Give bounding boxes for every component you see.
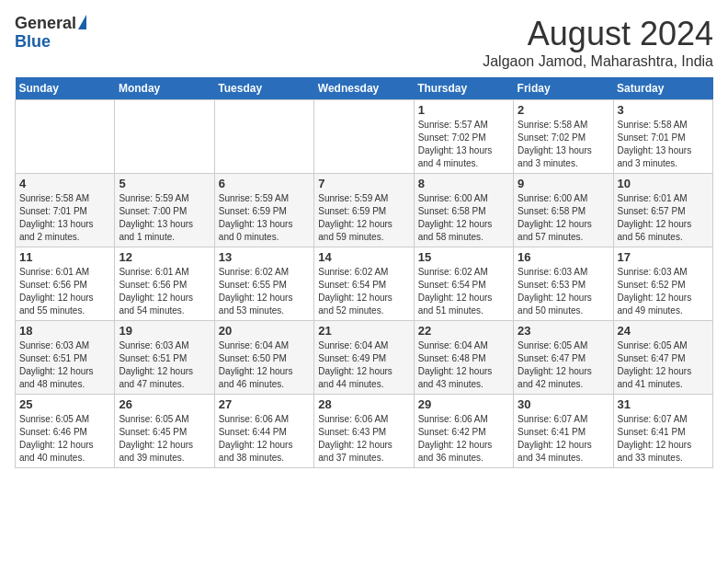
- calendar-cell: 25Sunrise: 6:05 AMSunset: 6:46 PMDayligh…: [16, 395, 115, 468]
- title-block: August 2024 Jalgaon Jamod, Maharashtra, …: [483, 15, 713, 70]
- day-info: Sunrise: 6:04 AMSunset: 6:48 PMDaylight:…: [418, 339, 509, 391]
- calendar-cell: 24Sunrise: 6:05 AMSunset: 6:47 PMDayligh…: [613, 321, 712, 395]
- calendar-cell: 22Sunrise: 6:04 AMSunset: 6:48 PMDayligh…: [414, 321, 513, 395]
- day-number: 22: [418, 324, 509, 338]
- calendar-cell: 1Sunrise: 5:57 AMSunset: 7:02 PMDaylight…: [414, 100, 513, 174]
- calendar-week-row: 25Sunrise: 6:05 AMSunset: 6:46 PMDayligh…: [16, 395, 713, 468]
- calendar-week-row: 1Sunrise: 5:57 AMSunset: 7:02 PMDaylight…: [16, 100, 713, 174]
- calendar-cell: 11Sunrise: 6:01 AMSunset: 6:56 PMDayligh…: [16, 247, 115, 321]
- calendar-cell: 29Sunrise: 6:06 AMSunset: 6:42 PMDayligh…: [414, 395, 513, 468]
- day-number: 27: [219, 397, 310, 411]
- day-info: Sunrise: 6:06 AMSunset: 6:44 PMDaylight:…: [219, 413, 310, 465]
- day-header-saturday: Saturday: [613, 77, 712, 100]
- logo-blue-text: Blue: [15, 33, 86, 52]
- page-header: General Blue August 2024 Jalgaon Jamod, …: [15, 15, 713, 70]
- day-number: 21: [318, 324, 409, 338]
- calendar-cell: 18Sunrise: 6:03 AMSunset: 6:51 PMDayligh…: [16, 321, 115, 395]
- calendar-cell: 8Sunrise: 6:00 AMSunset: 6:58 PMDaylight…: [414, 174, 513, 247]
- day-header-friday: Friday: [514, 77, 613, 100]
- calendar-cell: 14Sunrise: 6:02 AMSunset: 6:54 PMDayligh…: [314, 247, 414, 321]
- calendar-week-row: 4Sunrise: 5:58 AMSunset: 7:01 PMDaylight…: [16, 174, 713, 247]
- day-number: 3: [618, 103, 709, 117]
- day-info: Sunrise: 5:58 AMSunset: 7:01 PMDaylight:…: [618, 119, 709, 170]
- day-info: Sunrise: 6:07 AMSunset: 6:41 PMDaylight:…: [618, 413, 709, 465]
- day-info: Sunrise: 6:05 AMSunset: 6:47 PMDaylight:…: [618, 339, 709, 391]
- day-number: 9: [518, 177, 609, 190]
- day-number: 12: [119, 250, 210, 264]
- day-info: Sunrise: 6:06 AMSunset: 6:42 PMDaylight:…: [418, 413, 509, 465]
- day-number: 4: [19, 177, 110, 190]
- day-info: Sunrise: 6:05 AMSunset: 6:46 PMDaylight:…: [19, 413, 110, 465]
- calendar-header-row: SundayMondayTuesdayWednesdayThursdayFrid…: [16, 77, 713, 100]
- calendar-week-row: 11Sunrise: 6:01 AMSunset: 6:56 PMDayligh…: [16, 247, 713, 321]
- day-number: 10: [618, 177, 709, 190]
- day-info: Sunrise: 6:01 AMSunset: 6:56 PMDaylight:…: [119, 266, 210, 317]
- day-info: Sunrise: 6:03 AMSunset: 6:51 PMDaylight:…: [119, 339, 210, 391]
- day-header-thursday: Thursday: [414, 77, 513, 100]
- day-info: Sunrise: 5:57 AMSunset: 7:02 PMDaylight:…: [418, 119, 509, 170]
- day-number: 11: [19, 250, 110, 264]
- calendar-cell: 20Sunrise: 6:04 AMSunset: 6:50 PMDayligh…: [214, 321, 313, 395]
- calendar-table: SundayMondayTuesdayWednesdayThursdayFrid…: [15, 77, 713, 468]
- day-number: 20: [219, 324, 310, 338]
- day-info: Sunrise: 6:01 AMSunset: 6:57 PMDaylight:…: [618, 192, 709, 244]
- calendar-cell: [214, 100, 313, 174]
- calendar-cell: 23Sunrise: 6:05 AMSunset: 6:47 PMDayligh…: [514, 321, 613, 395]
- calendar-cell: 5Sunrise: 5:59 AMSunset: 7:00 PMDaylight…: [115, 174, 214, 247]
- day-info: Sunrise: 6:04 AMSunset: 6:49 PMDaylight:…: [318, 339, 409, 391]
- day-number: 8: [418, 177, 509, 190]
- day-number: 25: [19, 397, 110, 411]
- calendar-cell: 13Sunrise: 6:02 AMSunset: 6:55 PMDayligh…: [214, 247, 313, 321]
- logo: General Blue: [15, 15, 86, 52]
- day-info: Sunrise: 5:58 AMSunset: 7:01 PMDaylight:…: [19, 192, 110, 244]
- day-info: Sunrise: 6:00 AMSunset: 6:58 PMDaylight:…: [418, 192, 509, 244]
- day-header-sunday: Sunday: [16, 77, 115, 100]
- logo-general-text: General: [15, 15, 76, 33]
- calendar-cell: 21Sunrise: 6:04 AMSunset: 6:49 PMDayligh…: [314, 321, 414, 395]
- calendar-cell: [16, 100, 115, 174]
- day-number: 15: [418, 250, 509, 264]
- calendar-cell: 4Sunrise: 5:58 AMSunset: 7:01 PMDaylight…: [16, 174, 115, 247]
- day-info: Sunrise: 6:01 AMSunset: 6:56 PMDaylight:…: [19, 266, 110, 317]
- calendar-cell: 7Sunrise: 5:59 AMSunset: 6:59 PMDaylight…: [314, 174, 414, 247]
- day-info: Sunrise: 6:02 AMSunset: 6:55 PMDaylight:…: [219, 266, 310, 317]
- calendar-cell: 3Sunrise: 5:58 AMSunset: 7:01 PMDaylight…: [613, 100, 712, 174]
- day-info: Sunrise: 5:59 AMSunset: 7:00 PMDaylight:…: [119, 192, 210, 244]
- day-info: Sunrise: 6:03 AMSunset: 6:51 PMDaylight:…: [19, 339, 110, 391]
- day-number: 13: [219, 250, 310, 264]
- day-header-monday: Monday: [115, 77, 214, 100]
- calendar-cell: 15Sunrise: 6:02 AMSunset: 6:54 PMDayligh…: [414, 247, 513, 321]
- day-number: 14: [318, 250, 409, 264]
- day-info: Sunrise: 6:04 AMSunset: 6:50 PMDaylight:…: [219, 339, 310, 391]
- day-number: 29: [418, 397, 509, 411]
- day-number: 1: [418, 103, 509, 117]
- month-title: August 2024: [483, 15, 713, 53]
- calendar-cell: [314, 100, 414, 174]
- calendar-cell: [115, 100, 214, 174]
- calendar-cell: 30Sunrise: 6:07 AMSunset: 6:41 PMDayligh…: [514, 395, 613, 468]
- calendar-cell: 2Sunrise: 5:58 AMSunset: 7:02 PMDaylight…: [514, 100, 613, 174]
- day-number: 17: [618, 250, 709, 264]
- day-number: 6: [219, 177, 310, 190]
- day-number: 2: [518, 103, 609, 117]
- calendar-cell: 28Sunrise: 6:06 AMSunset: 6:43 PMDayligh…: [314, 395, 414, 468]
- day-info: Sunrise: 6:00 AMSunset: 6:58 PMDaylight:…: [518, 192, 609, 244]
- calendar-cell: 17Sunrise: 6:03 AMSunset: 6:52 PMDayligh…: [613, 247, 712, 321]
- day-info: Sunrise: 5:58 AMSunset: 7:02 PMDaylight:…: [518, 119, 609, 170]
- day-number: 31: [618, 397, 709, 411]
- day-header-tuesday: Tuesday: [214, 77, 313, 100]
- day-number: 28: [318, 397, 409, 411]
- day-number: 30: [518, 397, 609, 411]
- calendar-cell: 31Sunrise: 6:07 AMSunset: 6:41 PMDayligh…: [613, 395, 712, 468]
- calendar-cell: 9Sunrise: 6:00 AMSunset: 6:58 PMDaylight…: [514, 174, 613, 247]
- day-number: 24: [618, 324, 709, 338]
- calendar-cell: 12Sunrise: 6:01 AMSunset: 6:56 PMDayligh…: [115, 247, 214, 321]
- day-number: 26: [119, 397, 210, 411]
- day-info: Sunrise: 6:03 AMSunset: 6:53 PMDaylight:…: [518, 266, 609, 317]
- day-number: 5: [119, 177, 210, 190]
- day-header-wednesday: Wednesday: [314, 77, 414, 100]
- day-number: 19: [119, 324, 210, 338]
- calendar-cell: 27Sunrise: 6:06 AMSunset: 6:44 PMDayligh…: [214, 395, 313, 468]
- calendar-cell: 26Sunrise: 6:05 AMSunset: 6:45 PMDayligh…: [115, 395, 214, 468]
- day-info: Sunrise: 6:05 AMSunset: 6:47 PMDaylight:…: [518, 339, 609, 391]
